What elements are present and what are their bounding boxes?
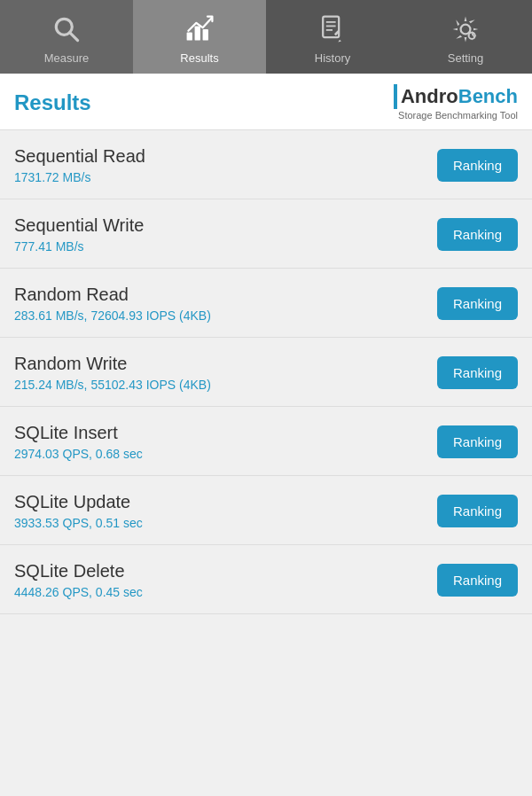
brand-accent-bar [394,84,397,109]
nav-item-results[interactable]: Results [133,0,266,74]
bench-name-sqlite-update: SQLite Update [14,492,437,512]
benchmark-list: Sequential Read 1731.72 MB/s Ranking Seq… [0,130,532,614]
bench-name-sequential-read: Sequential Read [14,146,437,167]
bench-name-random-write: Random Write [14,354,437,374]
svg-point-12 [469,33,475,39]
bench-info-sequential-read: Sequential Read 1731.72 MB/s [14,146,437,184]
bench-value-sqlite-insert: 2974.03 QPS, 0.68 sec [14,447,437,461]
brand-name-dark: Andro [401,85,458,108]
benchmark-row-sqlite-insert: SQLite Insert 2974.03 QPS, 0.68 sec Rank… [0,407,532,476]
bench-name-sqlite-delete: SQLite Delete [14,561,437,581]
bench-value-random-write: 215.24 MB/s, 55102.43 IOPS (4KB) [14,378,437,392]
brand-name-blue: Bench [458,85,518,108]
brand-name: AndroBench [394,84,518,109]
bench-value-sequential-write: 777.41 MB/s [14,239,437,254]
svg-rect-4 [203,29,208,41]
svg-rect-3 [195,26,200,40]
nav-bar: Measure Results [0,0,532,74]
bench-info-random-read: Random Read 283.61 MB/s, 72604.93 IOPS (… [14,285,437,323]
bench-info-sqlite-delete: SQLite Delete 4448.26 QPS, 0.45 sec [14,561,437,599]
nav-label-setting: Setting [448,51,483,65]
benchmark-row-random-read: Random Read 283.61 MB/s, 72604.93 IOPS (… [0,269,532,338]
bench-value-random-read: 283.61 MB/s, 72604.93 IOPS (4KB) [14,308,437,323]
nav-label-history: History [315,51,350,65]
results-page-title: Results [14,90,91,115]
benchmark-row-random-write: Random Write 215.24 MB/s, 55102.43 IOPS … [0,338,532,407]
bench-name-sqlite-insert: SQLite Insert [14,423,437,443]
bench-name-random-read: Random Read [14,285,437,305]
bench-value-sqlite-update: 3933.53 QPS, 0.51 sec [14,516,437,530]
search-icon [50,12,83,46]
svg-marker-10 [338,40,341,43]
bench-info-sqlite-update: SQLite Update 3933.53 QPS, 0.51 sec [14,492,437,530]
ranking-btn-sequential-read[interactable]: Ranking [437,149,518,182]
bench-info-sqlite-insert: SQLite Insert 2974.03 QPS, 0.68 sec [14,423,437,461]
benchmark-row-sqlite-update: SQLite Update 3933.53 QPS, 0.51 sec Rank… [0,476,532,545]
results-icon [183,12,216,46]
bench-info-sequential-write: Sequential Write 777.41 MB/s [14,215,437,254]
benchmark-row-sqlite-delete: SQLite Delete 4448.26 QPS, 0.45 sec Rank… [0,545,532,614]
benchmark-row-sequential-write: Sequential Write 777.41 MB/s Ranking [0,199,532,269]
brand-subtitle: Storage Benchmarking Tool [398,110,518,121]
ranking-btn-random-read[interactable]: Ranking [437,287,518,320]
ranking-btn-random-write[interactable]: Ranking [437,356,518,389]
ranking-btn-sqlite-delete[interactable]: Ranking [437,564,518,597]
ranking-btn-sqlite-insert[interactable]: Ranking [437,425,518,458]
nav-item-setting[interactable]: Setting [399,0,532,74]
bench-name-sequential-write: Sequential Write [14,215,437,236]
history-icon [316,12,349,46]
nav-label-results: Results [180,51,218,65]
ranking-btn-sqlite-update[interactable]: Ranking [437,495,518,527]
bench-value-sequential-read: 1731.72 MB/s [14,170,437,184]
brand-logo: AndroBench Storage Benchmarking Tool [394,84,518,121]
results-header: Results AndroBench Storage Benchmarking … [0,74,532,130]
benchmark-row-sequential-read: Sequential Read 1731.72 MB/s Ranking [0,130,532,199]
bench-value-sqlite-delete: 4448.26 QPS, 0.45 sec [14,585,437,599]
bench-info-random-write: Random Write 215.24 MB/s, 55102.43 IOPS … [14,354,437,392]
nav-item-history[interactable]: History [266,0,399,74]
svg-line-1 [70,33,78,41]
nav-item-measure[interactable]: Measure [0,0,133,74]
svg-rect-2 [187,33,192,41]
nav-label-measure: Measure [44,51,90,65]
svg-point-11 [461,25,471,35]
setting-icon [449,12,482,46]
ranking-btn-sequential-write[interactable]: Ranking [437,218,518,251]
